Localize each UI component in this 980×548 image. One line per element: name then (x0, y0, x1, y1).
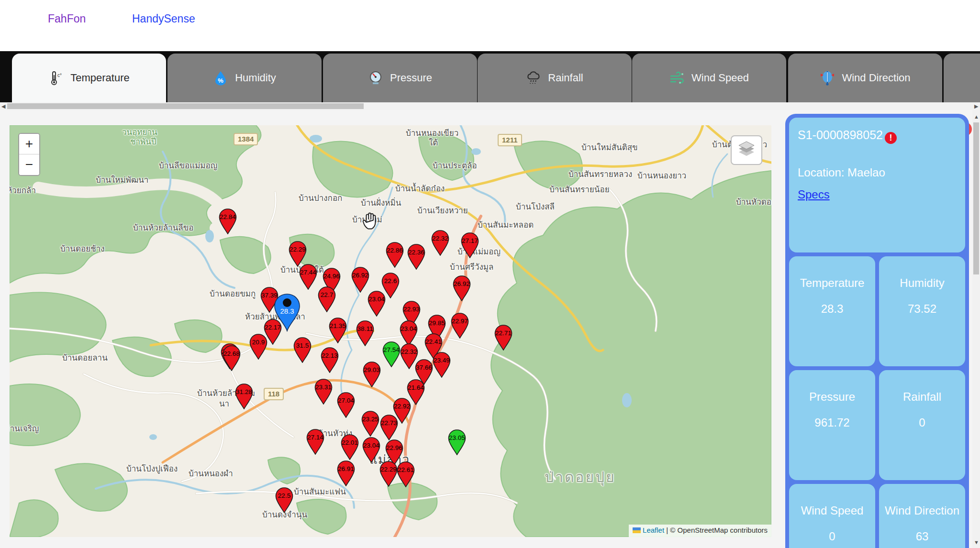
sensor-map-marker[interactable]: 22.73 (380, 415, 398, 440)
scroll-right-arrow-icon[interactable]: ▶ (974, 102, 978, 110)
sensor-map-marker[interactable]: 26.92 (351, 267, 369, 293)
sensor-map-marker[interactable]: 22.97 (451, 313, 469, 339)
svg-text:c°: c° (57, 73, 62, 78)
horizontal-scrollbar[interactable]: ◀ ▶ (0, 102, 980, 110)
sensor-map-marker[interactable]: 23.04 (368, 291, 386, 317)
brand-link-fahfon[interactable]: FahFon (48, 12, 86, 25)
zoom-in-button[interactable]: + (19, 134, 39, 154)
sensor-map-marker[interactable]: 22.32 (431, 230, 449, 256)
sensor-map-marker[interactable]: 31.5 (293, 337, 312, 363)
leaflet-link[interactable]: Leaflet (643, 526, 664, 534)
tab-rainfall[interactable]: Rainfall (478, 54, 632, 102)
osm-attribution: © OpenStreetMap contributors (670, 526, 768, 534)
sensor-map-marker[interactable]: 23.04 (362, 437, 380, 463)
marker-value-label: 26.92 (347, 272, 373, 279)
tab-temperature[interactable]: c° Temperature (12, 54, 166, 102)
sensor-map-marker[interactable]: 22.68 (223, 345, 241, 371)
marker-value-label: 21.64 (403, 384, 429, 391)
sensor-map-marker[interactable]: 23.31 (314, 379, 333, 405)
svg-text:%: % (218, 77, 223, 84)
sensor-map-marker[interactable]: 22.71 (494, 325, 512, 351)
road-number-badge: 1384 (234, 133, 258, 145)
marker-value-label: 38.11 (352, 325, 378, 332)
sensor-map-marker[interactable]: 26.92 (453, 275, 471, 301)
sensor-map-marker[interactable]: 22.01 (341, 434, 359, 460)
marker-value-label: 22.96 (381, 444, 407, 451)
tab-label: Rainfall (548, 72, 583, 84)
vertical-scrollbar-thumb[interactable] (973, 122, 979, 274)
app-header: FahFon HandySense (0, 0, 980, 51)
sensor-map-marker[interactable]: 22.61 (397, 461, 415, 487)
sensor-map-marker[interactable]: 22.5 (275, 487, 293, 513)
sensor-map-marker[interactable]: 29.03 (363, 362, 381, 387)
metric-label: Wind Speed (789, 504, 875, 517)
leaflet-map[interactable]: วนอุทยานชาพันปีบ้านหนองเขียวใต้บ้านใหม่ส… (10, 125, 771, 537)
marker-value-label: 27.14 (302, 434, 328, 441)
sensor-map-marker[interactable]: 21.35 (329, 318, 347, 343)
marker-value-label: 22.36 (403, 249, 429, 256)
horizontal-scrollbar-thumb[interactable] (7, 103, 364, 109)
marker-value-label: 22.73 (376, 419, 402, 427)
sensor-map-marker[interactable]: 27.17 (461, 232, 479, 258)
marker-value-label: 22.71 (490, 329, 516, 337)
scroll-down-arrow-icon[interactable]: ▼ (974, 538, 979, 546)
marker-value-label: 22.17 (260, 324, 286, 331)
metric-value: 0 (879, 416, 965, 429)
sensor-map-marker[interactable]: 20.9 (249, 334, 267, 360)
marker-value-label: 22.29 (285, 246, 311, 253)
marker-value-label: 23.04 (364, 296, 390, 303)
specs-link[interactable]: Specs (798, 188, 830, 201)
marker-value-label: 22.7 (314, 291, 340, 298)
marker-value-label: 22.68 (219, 350, 245, 357)
marker-value-label: 29.85 (424, 319, 450, 327)
tab-label: Pressure (390, 72, 432, 84)
tab-pressure[interactable]: Pressure (323, 54, 477, 102)
sensor-map-marker[interactable]: 27.14 (306, 429, 324, 455)
sensor-map-marker[interactable]: 31.28 (235, 384, 253, 409)
marker-value-label: 27.44 (295, 269, 321, 276)
nav-link-handysense[interactable]: HandySense (132, 12, 195, 25)
map-layers-control[interactable] (731, 135, 762, 165)
scroll-up-arrow-icon[interactable]: ▲ (974, 113, 979, 121)
selected-marker-value-label: 28.3 (273, 307, 301, 315)
metric-label: Pressure (789, 390, 875, 404)
road-number-badge: 118 (264, 388, 284, 400)
metric-card-pressure: Pressure 961.72 (789, 370, 875, 480)
sensor-map-marker[interactable]: 23.05 (448, 429, 466, 455)
sensor-map-marker[interactable]: 22.13 (321, 347, 339, 373)
sensor-map-marker[interactable]: 26.91 (337, 460, 355, 486)
tab-wind-direction[interactable]: Wind Direction (788, 54, 942, 102)
marker-value-label: 22.92 (389, 403, 415, 410)
alert-exclamation-icon: ! (885, 132, 897, 144)
marker-value-label: 22.32 (396, 348, 422, 355)
tab-label: Wind Direction (842, 72, 910, 84)
marker-value-label: 23.05 (444, 434, 470, 441)
marker-value-label: 24.96 (319, 273, 345, 280)
metric-card-rainfall: Rainfall 0 (879, 370, 965, 480)
zoom-out-button[interactable]: − (19, 154, 39, 175)
humidity-drop-icon: % (213, 70, 228, 86)
sensor-map-marker[interactable]: 22.29 (289, 241, 307, 267)
sensor-map-marker[interactable]: 27.44 (299, 264, 317, 290)
tab-humidity[interactable]: % Humidity (167, 54, 322, 102)
sensor-map-marker[interactable]: 27.04 (337, 392, 355, 418)
sensor-map-marker[interactable]: 22.7 (318, 286, 336, 312)
sensor-map-marker[interactable]: 22.86 (386, 242, 404, 268)
scroll-left-arrow-icon[interactable]: ◀ (1, 102, 5, 110)
sensor-map-marker[interactable]: 22.36 (407, 244, 425, 270)
sensor-map-marker[interactable]: 38.11 (356, 320, 374, 346)
marker-value-label: 23.04 (358, 442, 384, 449)
station-location: Location: Maelao (798, 166, 957, 179)
marker-value-label: 20.9 (245, 339, 271, 346)
layers-icon (736, 140, 757, 161)
metric-label: Temperature (789, 276, 875, 290)
marker-value-label: 26.92 (449, 280, 475, 287)
map-attribution: Leaflet | © OpenStreetMap contributors (629, 525, 771, 537)
sensor-map-marker[interactable]: 22.29 (379, 461, 398, 487)
sensor-map-marker[interactable]: 22.84 (219, 208, 237, 234)
sensor-map-marker[interactable]: 23.04 (400, 320, 418, 346)
tab-label: Humidity (235, 72, 276, 84)
marker-value-label: 22.41 (421, 338, 446, 345)
metric-label: Rainfall (879, 390, 965, 404)
tab-wind-speed[interactable]: Wind Speed (632, 54, 786, 102)
